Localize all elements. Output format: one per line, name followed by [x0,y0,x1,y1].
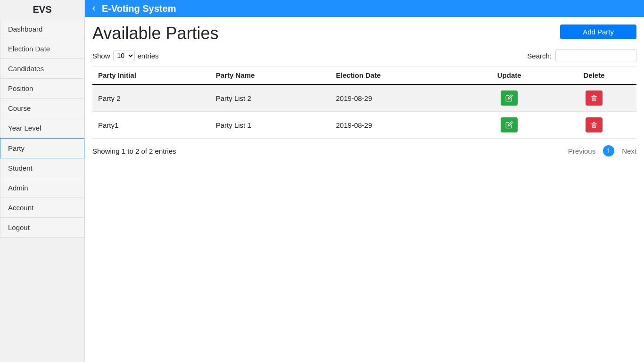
sidebar-item-dashboard[interactable]: Dashboard [0,19,84,39]
content: Available Parties Add Party Show 10 entr… [85,17,644,164]
trash-icon [591,94,597,102]
sidebar-item-label: Candidates [8,65,44,73]
pagination-next[interactable]: Next [622,147,636,155]
update-button[interactable] [501,117,518,132]
col-party-name[interactable]: Party Name [210,66,330,85]
col-party-initial[interactable]: Party Initial [92,66,210,85]
brand: EVS [0,0,84,19]
sidebar-item-logout[interactable]: Logout [0,218,84,238]
sidebar-item-label: Dashboard [8,25,42,33]
sidebar-item-label: Admin [8,184,28,192]
table-info: Showing 1 to 2 of 2 entries [92,147,176,155]
edit-icon [505,94,513,102]
page-title: Available Parties [92,24,219,43]
search-control: Search: [527,49,636,62]
cell-election-date: 2019-08-29 [330,84,467,112]
pagination-previous[interactable]: Previous [568,147,595,155]
pagination-page-current[interactable]: 1 [603,145,614,156]
sidebar: EVS Dashboard Election Date Candidates P… [0,0,85,362]
sidebar-item-label: Course [8,104,31,112]
sidebar-item-account[interactable]: Account [0,198,84,218]
table-header-row: Party Initial Party Name Election Date U… [92,66,636,85]
cell-party-initial: Party 2 [92,84,210,112]
sidebar-item-label: Election Date [8,45,50,53]
delete-button[interactable] [586,117,603,132]
search-label: Search: [527,52,552,60]
edit-icon [505,121,513,129]
cell-party-name: Party List 2 [210,84,330,112]
table-footer: Showing 1 to 2 of 2 entries Previous 1 N… [92,145,636,156]
cell-election-date: 2019-08-29 [330,112,467,139]
sidebar-item-course[interactable]: Course [0,99,84,118]
table-controls: Show 10 entries Search: [92,49,636,62]
length-control: Show 10 entries [92,50,159,61]
col-delete[interactable]: Delete [552,66,636,85]
pagination: Previous 1 Next [568,145,636,156]
add-party-label: Add Party [583,28,614,36]
sidebar-item-election-date[interactable]: Election Date [0,39,84,59]
heading-row: Available Parties Add Party [92,24,636,43]
length-select[interactable]: 10 [113,50,135,61]
table-row: Party 2 Party List 2 2019-08-29 [92,84,636,112]
sidebar-item-label: Position [8,84,33,92]
app-title: E-Voting System [102,3,176,14]
sidebar-item-label: Party [8,144,25,152]
chevron-left-icon[interactable] [91,4,97,13]
sidebar-item-candidates[interactable]: Candidates [0,59,84,79]
main: E-Voting System Available Parties Add Pa… [85,0,644,362]
search-input[interactable] [555,49,636,62]
parties-table: Party Initial Party Name Election Date U… [92,66,636,139]
length-entries-label: entries [138,52,159,60]
col-election-date[interactable]: Election Date [330,66,467,85]
topbar: E-Voting System [85,0,644,17]
update-button[interactable] [501,90,518,106]
length-show-label: Show [92,52,110,60]
cell-party-name: Party List 1 [210,112,330,139]
sidebar-item-party[interactable]: Party [0,138,84,158]
table-row: Party1 Party List 1 2019-08-29 [92,112,636,139]
sidebar-item-year-level[interactable]: Year Level [0,118,84,138]
sidebar-list: Dashboard Election Date Candidates Posit… [0,19,84,238]
sidebar-item-position[interactable]: Position [0,79,84,99]
sidebar-item-label: Account [8,204,33,212]
col-update[interactable]: Update [467,66,552,85]
sidebar-item-label: Logout [8,223,30,231]
sidebar-item-admin[interactable]: Admin [0,178,84,198]
brand-text: EVS [33,4,51,15]
sidebar-item-student[interactable]: Student [0,158,84,178]
trash-icon [591,121,597,129]
add-party-button[interactable]: Add Party [560,25,636,39]
delete-button[interactable] [586,90,603,106]
cell-party-initial: Party1 [92,112,210,139]
sidebar-item-label: Year Level [8,124,41,132]
sidebar-item-label: Student [8,164,33,172]
